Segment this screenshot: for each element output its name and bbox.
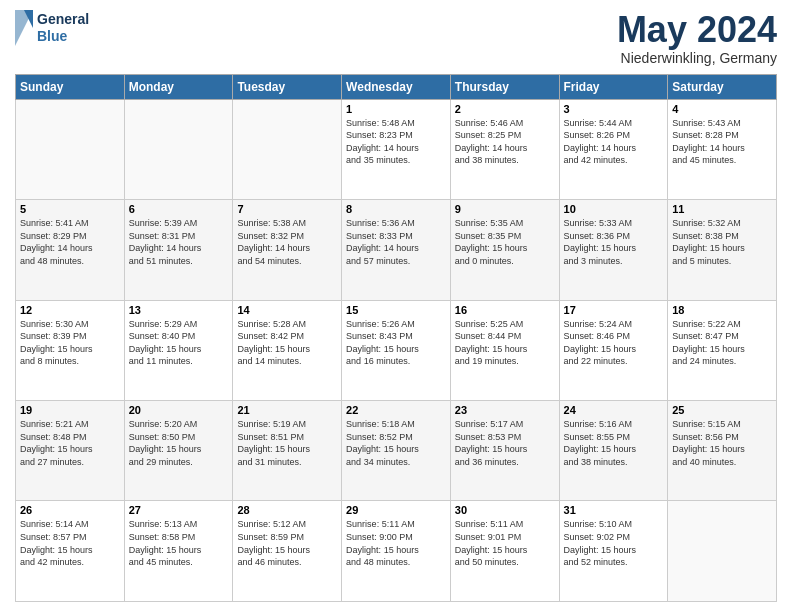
day-number: 8 [346, 203, 446, 215]
table-row: 12Sunrise: 5:30 AMSunset: 8:39 PMDayligh… [16, 300, 125, 400]
day-info: Sunrise: 5:24 AMSunset: 8:46 PMDaylight:… [564, 318, 664, 368]
day-info-line: and 50 minutes. [455, 556, 555, 569]
day-info: Sunrise: 5:10 AMSunset: 9:02 PMDaylight:… [564, 518, 664, 568]
table-row [233, 99, 342, 199]
day-info-line: Sunset: 8:46 PM [564, 330, 664, 343]
table-row: 22Sunrise: 5:18 AMSunset: 8:52 PMDayligh… [342, 401, 451, 501]
day-info-line: Sunrise: 5:46 AM [455, 117, 555, 130]
day-info-line: Sunset: 8:50 PM [129, 431, 229, 444]
day-info-line: and 48 minutes. [20, 255, 120, 268]
day-info-line: Daylight: 15 hours [564, 242, 664, 255]
day-info-line: Daylight: 14 hours [129, 242, 229, 255]
day-number: 19 [20, 404, 120, 416]
day-info: Sunrise: 5:22 AMSunset: 8:47 PMDaylight:… [672, 318, 772, 368]
day-info-line: Sunset: 9:02 PM [564, 531, 664, 544]
day-info-line: and 11 minutes. [129, 355, 229, 368]
table-row [16, 99, 125, 199]
day-info-line: and 51 minutes. [129, 255, 229, 268]
calendar-week-row: 1Sunrise: 5:48 AMSunset: 8:23 PMDaylight… [16, 99, 777, 199]
day-info-line: Sunset: 8:48 PM [20, 431, 120, 444]
day-info-line: Sunrise: 5:19 AM [237, 418, 337, 431]
table-row: 16Sunrise: 5:25 AMSunset: 8:44 PMDayligh… [450, 300, 559, 400]
day-info-line: and 19 minutes. [455, 355, 555, 368]
day-number: 2 [455, 103, 555, 115]
day-info: Sunrise: 5:14 AMSunset: 8:57 PMDaylight:… [20, 518, 120, 568]
col-thursday: Thursday [450, 74, 559, 99]
day-info-line: Sunset: 8:36 PM [564, 230, 664, 243]
table-row: 17Sunrise: 5:24 AMSunset: 8:46 PMDayligh… [559, 300, 668, 400]
table-row: 29Sunrise: 5:11 AMSunset: 9:00 PMDayligh… [342, 501, 451, 602]
day-info: Sunrise: 5:11 AMSunset: 9:00 PMDaylight:… [346, 518, 446, 568]
day-info: Sunrise: 5:15 AMSunset: 8:56 PMDaylight:… [672, 418, 772, 468]
day-info-line: Sunset: 8:29 PM [20, 230, 120, 243]
calendar-week-row: 26Sunrise: 5:14 AMSunset: 8:57 PMDayligh… [16, 501, 777, 602]
day-info-line: and 29 minutes. [129, 456, 229, 469]
day-info-line: Sunset: 8:42 PM [237, 330, 337, 343]
day-info: Sunrise: 5:32 AMSunset: 8:38 PMDaylight:… [672, 217, 772, 267]
day-info: Sunrise: 5:11 AMSunset: 9:01 PMDaylight:… [455, 518, 555, 568]
day-number: 18 [672, 304, 772, 316]
table-row: 9Sunrise: 5:35 AMSunset: 8:35 PMDaylight… [450, 200, 559, 300]
day-info-line: Sunrise: 5:26 AM [346, 318, 446, 331]
calendar-header-row: Sunday Monday Tuesday Wednesday Thursday… [16, 74, 777, 99]
table-row: 11Sunrise: 5:32 AMSunset: 8:38 PMDayligh… [668, 200, 777, 300]
day-info-line: and 24 minutes. [672, 355, 772, 368]
day-info-line: Daylight: 15 hours [672, 242, 772, 255]
table-row: 10Sunrise: 5:33 AMSunset: 8:36 PMDayligh… [559, 200, 668, 300]
day-info-line: Daylight: 15 hours [564, 544, 664, 557]
day-info-line: Daylight: 15 hours [129, 544, 229, 557]
day-info-line: Sunrise: 5:18 AM [346, 418, 446, 431]
logo-container: General Blue [15, 10, 89, 46]
day-info-line: Sunset: 8:39 PM [20, 330, 120, 343]
day-info-line: Daylight: 15 hours [129, 443, 229, 456]
day-info-line: Sunrise: 5:17 AM [455, 418, 555, 431]
day-info-line: Daylight: 15 hours [672, 443, 772, 456]
day-info-line: Sunset: 9:01 PM [455, 531, 555, 544]
calendar-week-row: 12Sunrise: 5:30 AMSunset: 8:39 PMDayligh… [16, 300, 777, 400]
col-monday: Monday [124, 74, 233, 99]
day-info: Sunrise: 5:38 AMSunset: 8:32 PMDaylight:… [237, 217, 337, 267]
day-info-line: Sunrise: 5:20 AM [129, 418, 229, 431]
day-info-line: and 40 minutes. [672, 456, 772, 469]
day-info-line: Sunset: 8:38 PM [672, 230, 772, 243]
day-info: Sunrise: 5:26 AMSunset: 8:43 PMDaylight:… [346, 318, 446, 368]
day-info-line: Sunset: 8:23 PM [346, 129, 446, 142]
logo: General Blue [15, 10, 89, 46]
day-number: 4 [672, 103, 772, 115]
day-info-line: and 38 minutes. [455, 154, 555, 167]
day-info-line: Daylight: 15 hours [346, 343, 446, 356]
header: General Blue May 2024 Niederwinkling, Ge… [15, 10, 777, 66]
table-row: 28Sunrise: 5:12 AMSunset: 8:59 PMDayligh… [233, 501, 342, 602]
day-info-line: and 27 minutes. [20, 456, 120, 469]
day-info-line: Daylight: 15 hours [20, 544, 120, 557]
day-info-line: and 8 minutes. [20, 355, 120, 368]
day-info-line: Sunrise: 5:16 AM [564, 418, 664, 431]
day-info: Sunrise: 5:16 AMSunset: 8:55 PMDaylight:… [564, 418, 664, 468]
table-row: 25Sunrise: 5:15 AMSunset: 8:56 PMDayligh… [668, 401, 777, 501]
day-info: Sunrise: 5:19 AMSunset: 8:51 PMDaylight:… [237, 418, 337, 468]
table-row: 4Sunrise: 5:43 AMSunset: 8:28 PMDaylight… [668, 99, 777, 199]
day-info-line: Sunrise: 5:13 AM [129, 518, 229, 531]
day-info-line: Sunrise: 5:21 AM [20, 418, 120, 431]
day-info-line: and 42 minutes. [20, 556, 120, 569]
logo-triangle-icon [15, 10, 33, 46]
day-info-line: Sunrise: 5:30 AM [20, 318, 120, 331]
day-info-line: Daylight: 14 hours [346, 242, 446, 255]
table-row: 7Sunrise: 5:38 AMSunset: 8:32 PMDaylight… [233, 200, 342, 300]
day-info-line: and 57 minutes. [346, 255, 446, 268]
day-info-line: Sunset: 8:40 PM [129, 330, 229, 343]
day-info-line: Daylight: 15 hours [20, 343, 120, 356]
logo-blue: Blue [37, 28, 89, 45]
day-info-line: Sunrise: 5:14 AM [20, 518, 120, 531]
title-block: May 2024 Niederwinkling, Germany [617, 10, 777, 66]
day-info-line: Daylight: 15 hours [455, 443, 555, 456]
day-info-line: Sunrise: 5:32 AM [672, 217, 772, 230]
day-number: 10 [564, 203, 664, 215]
day-info-line: Daylight: 14 hours [672, 142, 772, 155]
day-info-line: Sunrise: 5:39 AM [129, 217, 229, 230]
day-number: 24 [564, 404, 664, 416]
day-info-line: Daylight: 15 hours [564, 443, 664, 456]
day-info-line: and 45 minutes. [129, 556, 229, 569]
day-info-line: Sunrise: 5:15 AM [672, 418, 772, 431]
day-info-line: Daylight: 15 hours [129, 343, 229, 356]
